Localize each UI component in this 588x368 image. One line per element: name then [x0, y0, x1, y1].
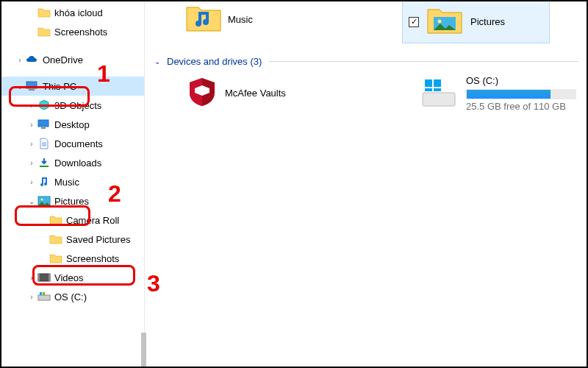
chevron-down-icon[interactable]: ⌄: [15, 82, 25, 91]
item-pictures-selected[interactable]: ✓ Pictures: [402, 0, 550, 43]
chevron-down-icon[interactable]: ⌄: [152, 57, 162, 66]
tree-item-3d-objects[interactable]: › 3D Objects: [1, 96, 144, 115]
this-pc-icon: [25, 79, 40, 93]
tree-item-downloads[interactable]: › Downloads: [1, 153, 144, 172]
onedrive-icon: [25, 53, 40, 66]
svg-rect-11: [43, 292, 45, 295]
downloads-icon: [37, 156, 51, 169]
chevron-down-icon[interactable]: ⌄: [26, 197, 37, 205]
content-area: Music ✓ Pictures ⌄ Devices and drives (3…: [145, 1, 587, 367]
chevron-right-icon[interactable]: ›: [26, 159, 37, 167]
desktop-icon: [37, 118, 51, 131]
svg-rect-10: [40, 292, 42, 295]
chevron-right-icon[interactable]: ›: [26, 121, 37, 129]
annotation-number-3: 3: [147, 270, 160, 297]
pictures-icon: [37, 194, 51, 208]
tree-item-saved-pictures[interactable]: Saved Pictures: [1, 230, 144, 249]
svg-rect-18: [434, 88, 441, 91]
tree-label: Music: [54, 177, 79, 188]
navigation-tree: khóa icloud Screenshots › OneDrive ⌄ Thi…: [1, 1, 145, 367]
svg-rect-17: [425, 88, 432, 91]
tree-item-screenshots-qa[interactable]: Screenshots: [1, 22, 144, 41]
svg-rect-8: [49, 274, 50, 281]
tree-label: OS (C:): [54, 291, 87, 302]
drive-name: OS (C:): [466, 75, 576, 86]
svg-rect-15: [425, 79, 432, 87]
folder-icon: [37, 25, 51, 38]
videos-icon: [37, 271, 51, 284]
tree-label: Camera Roll: [66, 215, 119, 226]
chevron-right-icon[interactable]: ›: [15, 56, 25, 64]
tree-item-this-pc[interactable]: ⌄ This PC: [1, 77, 144, 96]
annotation-number-1: 1: [97, 60, 110, 88]
svg-rect-3: [41, 127, 46, 129]
tree-item-onedrive[interactable]: › OneDrive: [1, 50, 144, 69]
svg-rect-16: [434, 79, 441, 87]
tree-label: Downloads: [54, 158, 101, 169]
svg-rect-7: [38, 274, 40, 281]
section-devices-and-drives[interactable]: ⌄ Devices and drives (3): [152, 56, 578, 67]
tree-label: Pictures: [54, 196, 89, 207]
tree-label: Screenshots: [66, 253, 119, 264]
tree-item-camera-roll[interactable]: Camera Roll: [1, 210, 144, 230]
tree-item-pictures[interactable]: ⌄ Pictures: [1, 191, 144, 210]
tree-label: 3D Objects: [54, 100, 101, 111]
svg-rect-14: [423, 93, 455, 106]
tree-item-videos[interactable]: › Videos: [1, 268, 144, 287]
item-label: Music: [228, 14, 253, 25]
svg-rect-9: [38, 295, 50, 300]
item-label: Pictures: [470, 16, 505, 27]
tree-label: OneDrive: [43, 54, 83, 66]
svg-rect-0: [26, 82, 37, 88]
tree-label: Documents: [54, 138, 103, 149]
tree-item-khoa-icloud[interactable]: khóa icloud: [1, 3, 144, 22]
svg-point-13: [438, 20, 442, 24]
section-divider: [269, 61, 578, 62]
svg-rect-1: [29, 89, 35, 91]
mcafee-icon: [185, 75, 219, 111]
item-label: McAfee Vaults: [225, 88, 286, 99]
svg-point-5: [41, 199, 43, 201]
chevron-right-icon[interactable]: ›: [26, 178, 37, 186]
chevron-right-icon[interactable]: ›: [26, 102, 37, 110]
tree-item-music[interactable]: › Music: [1, 172, 144, 191]
folder-icon: [49, 213, 63, 227]
item-mcafee-vaults[interactable]: McAfee Vaults: [185, 75, 286, 111]
music-folder-icon: [185, 3, 222, 36]
chevron-right-icon[interactable]: ›: [26, 274, 37, 282]
tree-label: khóa icloud: [54, 7, 103, 18]
pictures-folder-icon: [426, 5, 463, 38]
drive-usage-bar: [466, 89, 576, 99]
tree-label: This PC: [43, 81, 76, 92]
drive-icon: [420, 75, 457, 112]
item-drive-c[interactable]: OS (C:) 25.5 GB free of 110 GB: [420, 75, 576, 112]
folder-icon: [49, 252, 63, 265]
tree-label: Videos: [54, 272, 84, 283]
3d-objects-icon: [37, 99, 51, 112]
tree-item-drive-c[interactable]: › OS (C:): [1, 287, 144, 306]
chevron-right-icon[interactable]: ›: [26, 293, 37, 301]
tree-item-desktop[interactable]: › Desktop: [1, 115, 144, 134]
tree-label: Screenshots: [54, 26, 107, 38]
chevron-right-icon[interactable]: ›: [26, 140, 37, 148]
checkbox-checked-icon[interactable]: ✓: [409, 17, 419, 27]
annotation-number-2: 2: [108, 180, 121, 208]
drive-usage-fill: [467, 90, 551, 99]
tree-label: Saved Pictures: [66, 234, 130, 245]
svg-rect-6: [38, 274, 50, 281]
section-title: Devices and drives (3): [167, 56, 262, 67]
folder-icon: [49, 233, 63, 246]
music-icon: [37, 175, 51, 188]
svg-rect-2: [38, 120, 49, 127]
tree-item-screenshots[interactable]: Screenshots: [1, 249, 144, 268]
drive-icon: [37, 290, 51, 303]
item-music[interactable]: Music: [185, 3, 253, 36]
documents-icon: [37, 137, 51, 150]
tree-item-documents[interactable]: › Documents: [1, 134, 144, 153]
folder-icon: [37, 6, 51, 19]
tree-label: Desktop: [54, 119, 90, 130]
drive-free-text: 25.5 GB free of 110 GB: [466, 101, 576, 112]
